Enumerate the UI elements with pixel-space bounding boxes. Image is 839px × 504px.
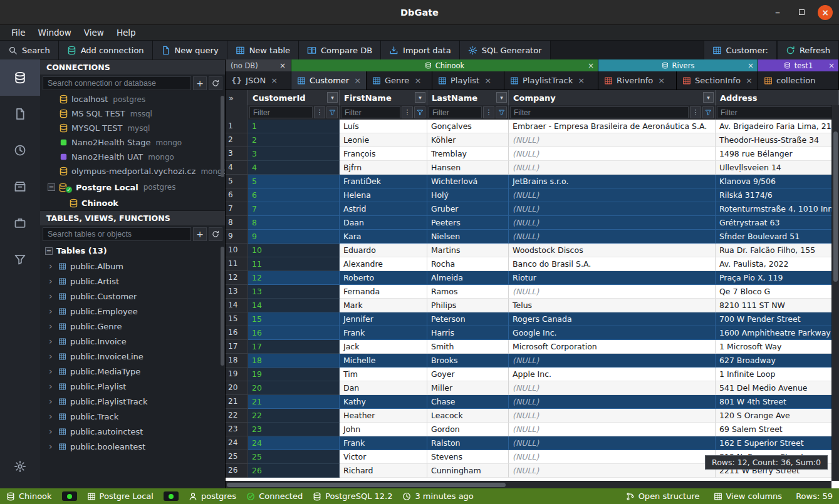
cell-firstname[interactable]: Luís — [340, 120, 427, 133]
column-header-customerid[interactable]: CustomerId▾ — [248, 90, 340, 105]
filter-funnel-button[interactable] — [496, 106, 507, 118]
cell-company[interactable]: (NULL) — [509, 216, 716, 230]
row-number[interactable]: 5 — [226, 175, 248, 188]
cell-company[interactable]: (NULL) — [509, 285, 716, 299]
cell-lastname[interactable]: Tremblay — [427, 147, 509, 161]
db-group-tab-no-db[interactable]: (no DB)× — [226, 59, 291, 71]
cell-customerid[interactable]: 19 — [248, 368, 340, 381]
cell-firstname[interactable]: Michelle — [340, 354, 427, 368]
row-number[interactable]: 26 — [226, 464, 248, 478]
horizontal-scrollbar-thumb[interactable] — [227, 483, 506, 487]
cell-address[interactable]: 69 Salem Street — [716, 423, 839, 436]
table-item-public-album[interactable]: ›public.Album — [40, 259, 225, 274]
column-header-address[interactable]: Address — [716, 90, 839, 105]
search-button[interactable]: Search — [0, 41, 59, 59]
cell-company[interactable]: Telus — [509, 299, 716, 312]
row-number[interactable]: 17 — [226, 340, 248, 354]
cell-company[interactable]: (NULL) — [509, 395, 716, 409]
cell-firstname[interactable]: Frank — [340, 436, 427, 450]
cell-company[interactable]: (NULL) — [509, 450, 716, 464]
cell-customerid[interactable]: 13 — [248, 285, 340, 299]
activity-history[interactable] — [0, 132, 40, 168]
cell-lastname[interactable]: Peterson — [427, 312, 509, 326]
filter-menu-button[interactable]: ⋮ — [402, 106, 413, 118]
close-icon[interactable]: × — [748, 61, 754, 70]
cell-customerid[interactable]: 6 — [248, 188, 340, 202]
add-connection-small-button[interactable]: + — [193, 76, 207, 90]
cell-customerid[interactable]: 20 — [248, 381, 340, 395]
cell-address[interactable]: Av. Paulista, 2022 — [716, 257, 839, 271]
filter-menu-button[interactable]: ⋮ — [690, 106, 701, 118]
close-button[interactable]: × — [818, 5, 833, 20]
cell-firstname[interactable]: Mark — [340, 299, 427, 312]
connection-item-nano2health-stage[interactable]: Nano2Health Stagemongo — [40, 135, 225, 150]
sql-generator-button[interactable]: SQL Generator — [460, 41, 551, 59]
cell-customerid[interactable]: 16 — [248, 326, 340, 340]
cell-company[interactable]: (NULL) — [509, 423, 716, 436]
cell-lastname[interactable]: Rocha — [427, 257, 509, 271]
cell-address[interactable]: 627 Broadway — [716, 354, 839, 368]
cell-address[interactable]: Klanova 9/506 — [716, 175, 839, 188]
cell-customerid[interactable]: 15 — [248, 312, 340, 326]
compare-db-button[interactable]: Compare DB — [299, 41, 381, 59]
add-table-small-button[interactable]: + — [193, 227, 207, 241]
row-number[interactable]: 24 — [226, 436, 248, 450]
menu-view[interactable]: View — [78, 26, 110, 39]
cell-firstname[interactable]: Victor — [340, 450, 427, 464]
cell-address[interactable]: Qe 7 Bloco G — [716, 285, 839, 299]
menu-file[interactable]: File — [5, 26, 32, 39]
cell-company[interactable]: (NULL) — [509, 147, 716, 161]
close-icon[interactable]: × — [484, 76, 491, 85]
cell-firstname[interactable]: Heather — [340, 409, 427, 423]
db-group-tab-test1[interactable]: test1× — [758, 59, 839, 71]
connections-search-input[interactable] — [43, 76, 191, 90]
tab-genre[interactable]: Genre× — [367, 71, 432, 90]
cell-address[interactable]: 1 Microsoft Way — [716, 340, 839, 354]
cell-lastname[interactable]: Köhler — [427, 133, 509, 147]
cell-customerid[interactable]: 2 — [248, 133, 340, 147]
connection-item-olympus-medportal-vychozi-cz[interactable]: olympus-medportal.vychozi.czmongo — [40, 164, 225, 178]
cell-lastname[interactable]: Stevens — [427, 450, 509, 464]
cell-customerid[interactable]: 23 — [248, 423, 340, 436]
cell-firstname[interactable]: Kara — [340, 230, 427, 244]
cell-address[interactable]: 801 W 4th Street — [716, 395, 839, 409]
cell-lastname[interactable]: Miller — [427, 381, 509, 395]
filter-menu-button[interactable]: ⋮ — [483, 106, 494, 118]
column-menu-button[interactable]: ▾ — [496, 92, 507, 103]
row-number[interactable]: 2 — [226, 133, 248, 147]
tab-sectioninfo[interactable]: SectionInfo× — [677, 71, 758, 90]
row-number[interactable]: 15 — [226, 312, 248, 326]
cell-address[interactable]: 541 Del Medio Avenue — [716, 381, 839, 395]
cell-company[interactable]: (NULL) — [509, 409, 716, 423]
connection-item-nano2health-uat[interactable]: Nano2Health UATmongo — [40, 150, 225, 164]
cell-lastname[interactable]: Philips — [427, 299, 509, 312]
cell-address[interactable]: 700 W Pender Street — [716, 312, 839, 326]
cell-company[interactable]: Google Inc. — [509, 326, 716, 340]
column-menu-button[interactable]: ▾ — [327, 92, 338, 103]
cell-lastname[interactable]: Brooks — [427, 354, 509, 368]
cell-lastname[interactable]: Ralston — [427, 436, 509, 450]
row-number[interactable]: 25 — [226, 450, 248, 464]
cell-customerid[interactable]: 3 — [248, 147, 340, 161]
db-group-tab-chinook[interactable]: Chinook× — [291, 59, 598, 71]
filter-input-lastname[interactable] — [429, 106, 482, 118]
row-number[interactable]: 23 — [226, 423, 248, 436]
db-group-tab-rivers[interactable]: Rivers× — [598, 59, 758, 71]
cell-lastname[interactable]: Ramos — [427, 285, 509, 299]
table-item-public-genre[interactable]: ›public.Genre — [40, 319, 225, 334]
cell-customerid[interactable]: 17 — [248, 340, 340, 354]
tab-json[interactable]: {}JSON× — [226, 71, 291, 90]
filter-input-address[interactable] — [717, 106, 837, 118]
cell-company[interactable]: (NULL) — [509, 202, 716, 216]
cell-lastname[interactable]: Hansen — [427, 161, 509, 175]
connection-item-localhost[interactable]: localhostpostgres — [40, 92, 225, 106]
cell-customerid[interactable]: 26 — [248, 464, 340, 478]
import-data-button[interactable]: Import data — [381, 41, 460, 59]
cell-company[interactable]: (NULL) — [509, 161, 716, 175]
tables-group[interactable]: −Tables (13) — [40, 243, 225, 259]
close-icon[interactable]: × — [658, 76, 665, 85]
close-icon[interactable]: × — [746, 76, 753, 85]
tab-customer[interactable]: Customer× — [291, 71, 367, 90]
maximize-button[interactable] — [794, 5, 809, 20]
cell-lastname[interactable]: Gonçalves — [427, 120, 509, 133]
